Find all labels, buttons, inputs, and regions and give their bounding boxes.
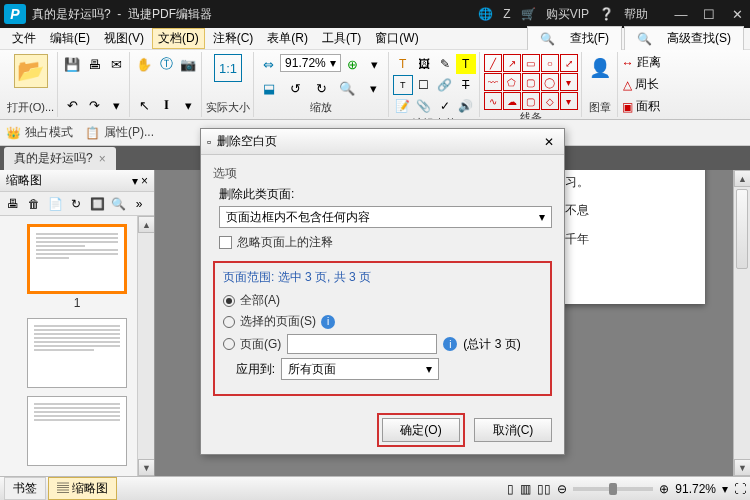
info-icon[interactable]: i	[321, 315, 335, 329]
save-icon[interactable]: 💾	[62, 54, 82, 74]
rotate-left-icon[interactable]: ↺	[285, 78, 305, 98]
redo-icon[interactable]: ↷	[84, 95, 104, 115]
dialog-titlebar[interactable]: ▫ 删除空白页 ✕	[201, 129, 564, 155]
menu-document[interactable]: 文档(D)	[152, 28, 205, 49]
text-cursor-icon[interactable]: 𝐈	[156, 95, 176, 115]
fit-width-icon[interactable]: ⇔	[258, 54, 278, 74]
advanced-find-button[interactable]: 🔍高级查找(S)	[624, 26, 744, 51]
dialog-close-button[interactable]: ✕	[540, 135, 558, 149]
exclusive-mode-button[interactable]: 👑独占模式	[6, 124, 73, 141]
polygon-icon[interactable]: ⬠	[503, 73, 521, 91]
print-icon[interactable]: 🖶	[84, 54, 104, 74]
pages-input[interactable]	[287, 334, 437, 354]
rect-icon[interactable]: ▭	[522, 54, 540, 72]
fit-page-icon[interactable]: ⬓	[259, 78, 279, 98]
document-scrollbar[interactable]: ▲▼	[733, 170, 750, 476]
layout-single-icon[interactable]: ▯	[507, 482, 514, 496]
mail-icon[interactable]: ✉	[106, 54, 126, 74]
textbox-icon[interactable]: T	[393, 75, 413, 95]
zoom-level-label[interactable]: 91.72%	[675, 482, 716, 496]
buy-vip-link[interactable]: 购买VIP	[546, 6, 589, 23]
close-button[interactable]: ✕	[728, 7, 746, 22]
oval-icon[interactable]: ◯	[541, 73, 559, 91]
hand-icon[interactable]: ✋	[134, 54, 154, 74]
distance-icon[interactable]: ↔	[622, 56, 634, 70]
thumbnails-tab[interactable]: ▤ 缩略图	[48, 477, 117, 500]
tab-close-icon[interactable]: ×	[99, 152, 106, 166]
thumbnail-page-1[interactable]: 1	[27, 224, 127, 310]
thumbnail-page-2[interactable]	[27, 318, 127, 388]
circle-icon[interactable]: ○	[541, 54, 559, 72]
more-shapes-icon[interactable]: ▾	[560, 73, 578, 91]
square-icon[interactable]: ▢	[522, 73, 540, 91]
link-icon[interactable]: 🔗	[435, 75, 455, 95]
resize-icon[interactable]: ⤢	[560, 54, 578, 72]
polyline-icon[interactable]: 〰	[484, 73, 502, 91]
bookmarks-tab[interactable]: 书签	[4, 477, 46, 500]
form-field-icon[interactable]: ☐	[414, 75, 434, 95]
star-icon[interactable]: ◇	[541, 92, 559, 110]
curve-icon[interactable]: ∿	[484, 92, 502, 110]
area-label[interactable]: 面积	[636, 98, 660, 115]
thumbnails-scrollbar[interactable]: ▲▼	[137, 216, 154, 476]
edit-text-icon[interactable]: T	[393, 54, 413, 74]
note-icon[interactable]: 📝	[393, 96, 413, 116]
thumb-delete-icon[interactable]: 🗑	[25, 195, 43, 213]
cancel-button[interactable]: 取消(C)	[474, 418, 552, 442]
menu-annotate[interactable]: 注释(C)	[207, 28, 260, 49]
edit-image-icon[interactable]: 🖼	[414, 54, 434, 74]
fullscreen-icon[interactable]: ⛶	[734, 482, 746, 496]
menu-window[interactable]: 窗口(W)	[369, 28, 424, 49]
radio-pages[interactable]: 页面(G)	[223, 336, 281, 353]
ok-button[interactable]: 确定(O)	[382, 418, 460, 442]
help-link[interactable]: 帮助	[624, 6, 648, 23]
attach-icon[interactable]: 📎	[414, 96, 434, 116]
menu-file[interactable]: 文件	[6, 28, 42, 49]
undo-icon[interactable]: ↶	[62, 95, 82, 115]
pencil-icon[interactable]: ✎	[435, 54, 455, 74]
zoom-select[interactable]: 91.72%▾	[280, 54, 341, 72]
ignore-annotations-checkbox[interactable]: 忽略页面上的注释	[219, 234, 552, 251]
distance-label[interactable]: 距离	[637, 54, 661, 71]
rotate-right-icon[interactable]: ↻	[311, 78, 331, 98]
thumb-new-icon[interactable]: 📄	[46, 195, 64, 213]
delete-type-combo[interactable]: 页面边框内不包含任何内容▾	[219, 206, 552, 228]
area-icon[interactable]: ▣	[622, 100, 633, 114]
more-icon[interactable]: ▾	[106, 95, 126, 115]
stamp-group[interactable]: 👤 图章	[583, 52, 618, 117]
radio-all[interactable]: 全部(A)	[223, 292, 542, 309]
menu-edit[interactable]: 编辑(E)	[44, 28, 96, 49]
minimize-button[interactable]: —	[672, 7, 690, 22]
maximize-button[interactable]: ☐	[700, 7, 718, 22]
roundrect-icon[interactable]: ▢	[522, 92, 540, 110]
zoom-in-icon[interactable]: ⊕	[343, 54, 363, 74]
open-group[interactable]: 📂 打开(O)...	[4, 52, 58, 117]
find-button[interactable]: 🔍查找(F)	[527, 26, 622, 51]
user-label[interactable]: Z	[503, 7, 510, 21]
arrow-icon[interactable]: ↗	[503, 54, 521, 72]
cloud-icon[interactable]: ☁	[503, 92, 521, 110]
layout-continuous-icon[interactable]: ▥	[520, 482, 531, 496]
globe-icon[interactable]: 🌐	[478, 7, 493, 21]
thumb-rotate-icon[interactable]: ↻	[67, 195, 85, 213]
snapshot-icon[interactable]: 📷	[178, 54, 198, 74]
zoom-in-status-icon[interactable]: ⊕	[659, 482, 669, 496]
zoom-out-status-icon[interactable]: ⊖	[557, 482, 567, 496]
info-icon[interactable]: i	[443, 337, 457, 351]
line-icon[interactable]: ╱	[484, 54, 502, 72]
strike-icon[interactable]: T	[456, 75, 476, 95]
sound-icon[interactable]: 🔊	[456, 96, 476, 116]
zoom-slider[interactable]	[573, 487, 653, 491]
perimeter-icon[interactable]: △	[623, 78, 632, 92]
layout-facing-icon[interactable]: ▯▯	[537, 482, 551, 496]
stamp-small-icon[interactable]: ✓	[435, 96, 455, 116]
document-tab[interactable]: 真的是好运吗?×	[4, 147, 116, 170]
thumb-zoom-icon[interactable]: 🔍	[109, 195, 127, 213]
zoom-tool-icon[interactable]: 🔍	[337, 78, 357, 98]
thumb-print-icon[interactable]: 🖶	[4, 195, 22, 213]
thumbnail-page-3[interactable]	[27, 396, 127, 466]
menu-form[interactable]: 表单(R)	[261, 28, 314, 49]
apply-to-combo[interactable]: 所有页面▾	[281, 358, 439, 380]
realsize-group[interactable]: 1:1 实际大小	[203, 52, 254, 117]
properties-button[interactable]: 📋属性(P)...	[85, 124, 154, 141]
